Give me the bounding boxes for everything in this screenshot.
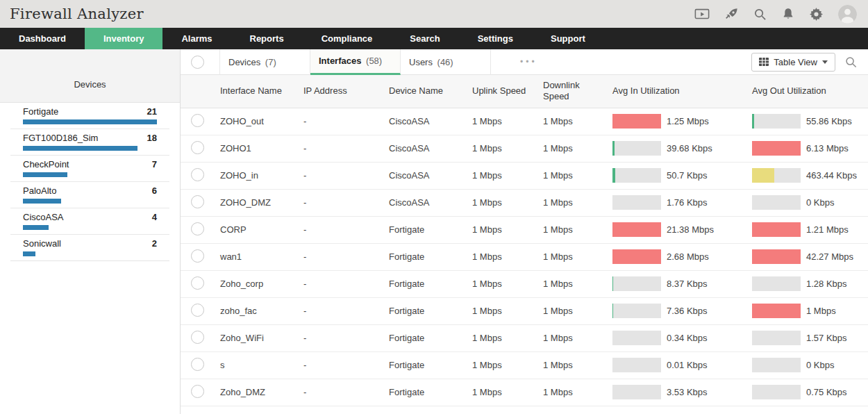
device-count-bar [23, 119, 157, 124]
user-avatar[interactable] [838, 5, 857, 24]
table-row[interactable]: ZOHO_in - CiscoASA 1 Mbps 1 Mbps 50.7 Kb… [181, 162, 868, 189]
uplink-speed-cell: 1 Mbps [472, 216, 543, 243]
avg-out-utilization-cell: 55.86 Kbps [752, 108, 868, 135]
device-count: 6 [152, 185, 157, 197]
table-row[interactable]: wan1 - Fortigate 1 Mbps 1 Mbps 2.68 Mbps… [181, 243, 868, 270]
table-row[interactable]: ZOHO_out - CiscoASA 1 Mbps 1 Mbps 1.25 M… [181, 108, 868, 135]
col-uplink-speed[interactable]: Uplink Speed [472, 75, 543, 108]
row-select-radio[interactable] [191, 276, 204, 290]
row-radio-cell [181, 216, 220, 243]
avg-in-utilization-cell: 2.68 Mbps [612, 243, 752, 270]
tab-count: (7) [265, 57, 276, 67]
avg-out-bar-track [752, 195, 801, 210]
more-tabs-button[interactable]: ••• [520, 57, 537, 67]
interface-name-cell: ZOHO_out [220, 108, 303, 135]
notifications-bell-icon[interactable] [782, 8, 794, 20]
main-panel: Devices (7) Interfaces (58) Users (46) •… [181, 49, 868, 414]
demo-screen-play-icon[interactable] [694, 8, 710, 21]
ip-address-cell: - [303, 189, 389, 216]
avg-out-bar-fill [752, 168, 774, 183]
table-row[interactable]: CORP - Fortigate 1 Mbps 1 Mbps 21.38 Mbp… [181, 216, 868, 243]
devices-sidebar: Devices Fortigate 21 FGT100D186_Sim 18 C… [0, 49, 181, 414]
device-line: CiscoASA 4 [23, 212, 157, 223]
nav-item[interactable]: Alarms [162, 28, 231, 49]
downlink-speed-cell: 1 Mbps [543, 108, 612, 135]
avg-out-utilization-cell: 42.27 Mbps [752, 243, 868, 270]
row-select-radio[interactable] [191, 141, 204, 154]
nav-item[interactable]: Support [532, 28, 604, 49]
device-line: PaloAlto 6 [23, 185, 157, 197]
avg-in-bar-track [612, 168, 661, 183]
row-select-radio[interactable] [191, 222, 204, 235]
table-row[interactable]: s - Fortigate 1 Mbps 1 Mbps 0.01 Kbps 0 … [181, 351, 868, 379]
global-search-icon[interactable] [753, 8, 767, 21]
table-row[interactable]: Zoho_DMZ - Fortigate 1 Mbps 1 Mbps 3.53 … [181, 379, 868, 406]
settings-gear-icon[interactable] [810, 8, 823, 21]
col-downlink-speed[interactable]: Downlink Speed [543, 75, 612, 108]
avg-in-bar-track [612, 141, 661, 156]
col-interface-name[interactable]: Interface Name [220, 75, 303, 108]
app-title: Firewall Analyzer [10, 6, 144, 22]
table-row[interactable]: ZOHO1 - CiscoASA 1 Mbps 1 Mbps 39.68 Kbp… [181, 135, 868, 162]
interfaces-table: Interface Name IP Address Device Name Up… [181, 75, 868, 406]
col-avg-in-utilization[interactable]: Avg In Utilization [612, 75, 752, 108]
row-select-radio[interactable] [191, 385, 204, 398]
nav-item[interactable]: Dashboard [0, 28, 85, 49]
device-list-item[interactable]: Sonicwall 2 [10, 235, 169, 260]
avg-out-bar-track [752, 276, 801, 291]
avg-out-utilization-cell: 1.57 Kbps [752, 324, 868, 351]
avg-out-bar-track [752, 358, 801, 372]
table-row[interactable]: ZOHO_DMZ - CiscoASA 1 Mbps 1 Mbps 1.76 K… [181, 189, 868, 216]
nav-item[interactable]: Inventory [85, 28, 163, 49]
table-view-dropdown[interactable]: Table View [751, 53, 835, 72]
avg-out-value: 1 Mbps [806, 306, 836, 316]
table-row[interactable]: Zoho_WiFi - Fortigate 1 Mbps 1 Mbps 0.34… [181, 324, 868, 351]
inventory-tab[interactable]: Interfaces (58) [310, 49, 401, 75]
interfaces-table-body: ZOHO_out - CiscoASA 1 Mbps 1 Mbps 1.25 M… [181, 108, 868, 406]
avg-in-value: 0.01 Kbps [667, 360, 708, 370]
inventory-tab[interactable]: Users (46) [401, 49, 491, 75]
device-list-item[interactable]: CheckPoint 7 [10, 156, 169, 182]
avg-in-value: 50.7 Kbps [667, 170, 708, 181]
avg-in-value: 0.34 Kbps [667, 333, 708, 343]
avg-out-utilization-cell: 0 Kbps [752, 189, 868, 216]
avg-out-value: 0 Kbps [806, 197, 834, 208]
row-select-radio[interactable] [191, 331, 204, 344]
inventory-tab[interactable]: Devices (7) [220, 49, 310, 75]
avg-in-bar-track [612, 114, 661, 129]
table-row[interactable]: zoho_fac - Fortigate 1 Mbps 1 Mbps 7.36 … [181, 297, 868, 324]
device-count-bar [23, 251, 35, 256]
device-name-cell: CiscoASA [389, 135, 472, 162]
col-device-name[interactable]: Device Name [389, 75, 472, 108]
row-select-radio[interactable] [191, 195, 204, 208]
nav-item[interactable]: Settings [459, 28, 532, 49]
avg-in-bar-track [612, 358, 661, 372]
nav-item[interactable]: Reports [231, 28, 303, 49]
select-all-radio[interactable] [191, 56, 204, 69]
device-count-bar [23, 146, 137, 151]
row-select-radio[interactable] [191, 114, 204, 127]
row-radio-cell [181, 270, 220, 297]
col-avg-out-utilization[interactable]: Avg Out Utilization [752, 75, 868, 108]
device-list-item[interactable]: FGT100D186_Sim 18 [10, 129, 169, 156]
ip-address-cell: - [303, 135, 389, 162]
radio-column-header [181, 75, 220, 108]
table-row[interactable]: Zoho_corp - Fortigate 1 Mbps 1 Mbps 8.37… [181, 270, 868, 297]
interface-name-cell: ZOHO_in [220, 162, 303, 189]
row-select-radio[interactable] [191, 304, 204, 317]
device-list-item[interactable]: Fortigate 21 [10, 103, 169, 129]
nav-item[interactable]: Search [391, 28, 458, 49]
row-select-radio[interactable] [191, 168, 204, 181]
row-select-radio[interactable] [191, 249, 204, 263]
col-ip-address[interactable]: IP Address [303, 75, 389, 108]
getting-started-rocket-icon[interactable] [725, 8, 738, 21]
avg-out-value: 1.57 Kbps [806, 333, 847, 343]
device-name-cell: Fortigate [389, 351, 472, 379]
device-list-item[interactable]: PaloAlto 6 [10, 182, 169, 208]
nav-item[interactable]: Compliance [303, 28, 392, 49]
table-search-icon[interactable] [845, 56, 857, 68]
device-list: Fortigate 21 FGT100D186_Sim 18 CheckPoin… [10, 103, 169, 261]
row-select-radio[interactable] [191, 358, 204, 371]
device-count: 21 [147, 106, 157, 117]
device-list-item[interactable]: CiscoASA 4 [10, 208, 169, 235]
